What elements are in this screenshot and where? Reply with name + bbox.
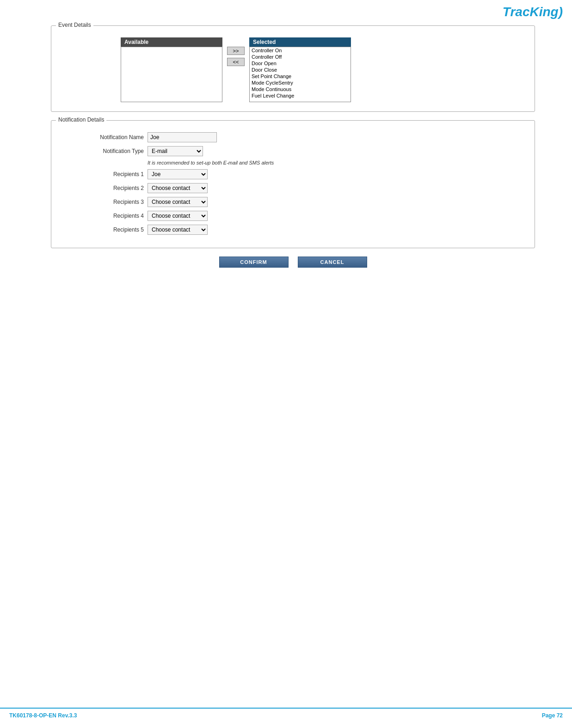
recipients-4-row: Recipients 4 Choose contact [70,211,525,221]
logo: TracKing) [503,5,563,19]
recipients-3-select[interactable]: Choose contact [148,197,208,207]
footer: TK60178-8-OP-EN Rev.3.3 Page 72 [0,708,572,719]
selected-panel: Selected Controller OnController OffDoor… [249,37,351,102]
event-details-section: Event Details Available >> << Selected C… [51,25,535,112]
event-details-inner: Available >> << Selected Controller OnCo… [61,33,525,102]
notification-type-select[interactable]: E-mail SMS Both [148,146,203,156]
list-item[interactable]: Controller On [250,47,351,54]
recipients-5-select[interactable]: Choose contact [148,225,208,235]
recommendation-text: It is recommended to set-up both E-mail … [148,160,274,165]
recipients-3-row: Recipients 3 Choose contact [70,197,525,207]
available-listbox[interactable] [121,47,222,102]
notification-type-label: Notification Type [70,148,144,154]
confirm-button[interactable]: CONFIRM [219,257,289,268]
recommendation-row: It is recommended to set-up both E-mail … [70,160,525,165]
recipients-5-label: Recipients 5 [70,226,144,233]
footer-left-text: TK60178-8-OP-EN Rev.3.3 [9,712,77,719]
action-buttons: CONFIRM CANCEL [51,257,535,268]
list-item[interactable]: Mode CycleSentry [250,80,351,86]
notification-details-section: Notification Details Notification Name N… [51,120,535,248]
list-item[interactable]: Door Open [250,60,351,67]
list-item[interactable]: Fuel Level Change [250,92,351,99]
notification-name-input[interactable] [148,132,217,142]
recipients-2-row: Recipients 2 Choose contact [70,183,525,193]
notification-name-row: Notification Name [70,132,525,142]
notification-details-inner: Notification Name Notification Type E-ma… [61,128,525,235]
recipients-1-select[interactable]: Joe Choose contact [148,169,208,179]
recipients-4-label: Recipients 4 [70,213,144,219]
recipients-5-row: Recipients 5 Choose contact [70,225,525,235]
recipients-4-select[interactable]: Choose contact [148,211,208,221]
available-panel: Available [121,37,222,102]
recipients-2-label: Recipients 2 [70,185,144,191]
list-item[interactable]: Controller Off [250,54,351,60]
event-details-legend: Event Details [56,22,93,28]
notification-details-legend: Notification Details [56,116,106,123]
list-item[interactable]: Set Point Change [250,73,351,80]
footer-right-text: Page 72 [542,712,563,719]
header: TracKing) [503,5,563,19]
selected-header: Selected [249,37,351,47]
selected-listbox[interactable]: Controller OnController OffDoor OpenDoor… [249,47,351,102]
main-content: Event Details Available >> << Selected C… [51,25,535,268]
cancel-button[interactable]: CANCEL [298,257,367,268]
notification-name-label: Notification Name [70,134,144,141]
notification-type-row: Notification Type E-mail SMS Both [70,146,525,156]
transfer-buttons: >> << [222,47,249,66]
recipients-2-select[interactable]: Choose contact [148,183,208,193]
backward-button[interactable]: << [227,58,245,66]
forward-button[interactable]: >> [227,47,245,55]
logo-text: TracKing [503,5,559,19]
recipients-3-label: Recipients 3 [70,199,144,205]
list-item[interactable]: Door Close [250,67,351,73]
recipients-1-row: Recipients 1 Joe Choose contact [70,169,525,179]
available-header: Available [121,37,222,47]
list-item[interactable]: Mode Continuous [250,86,351,92]
recipients-1-label: Recipients 1 [70,171,144,177]
